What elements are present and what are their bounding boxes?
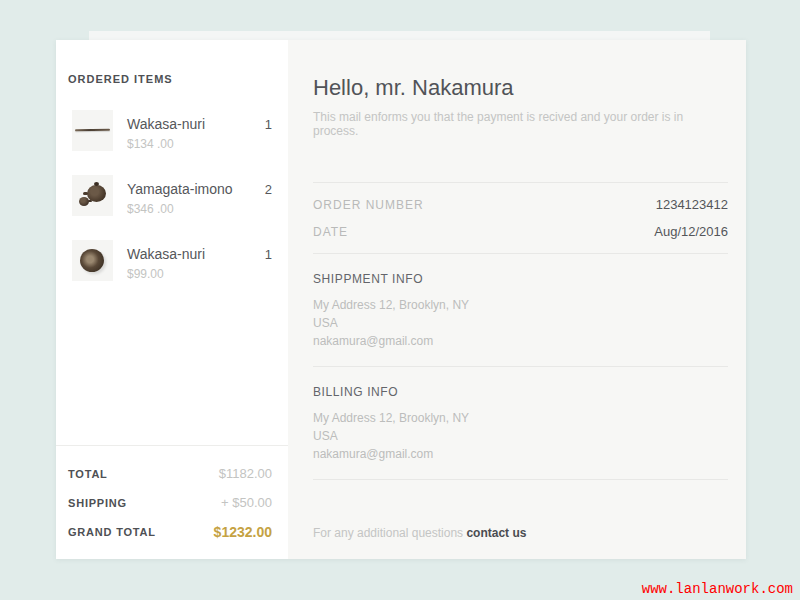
billing-email: nakamura@gmail.com	[313, 445, 728, 463]
item-price: $346 .00	[127, 202, 265, 216]
ordered-items-panel: ORDERED ITEMS Wakasa-nuri $134 .00 1 Yam…	[56, 40, 288, 559]
item-name: Wakasa-nuri	[127, 116, 265, 132]
item-quantity: 2	[265, 175, 272, 197]
billing-info: BILLING INFO My Address 12, Brooklyn, NY…	[313, 367, 728, 479]
shipping-value: + $50.00	[221, 495, 272, 510]
footer-note: For any additional questions contact us	[313, 526, 526, 540]
grand-total-value: $1232.00	[214, 524, 272, 540]
shipment-address-line: My Address 12, Brooklyn, NY	[313, 296, 728, 314]
total-row: TOTAL $1182.00	[68, 459, 272, 488]
date-row: DATE Aug/12/2016	[313, 218, 728, 245]
shipping-row: SHIPPING + $50.00	[68, 488, 272, 517]
shipment-info: SHIPPMENT INFO My Address 12, Brooklyn, …	[313, 254, 728, 366]
shipment-info-heading: SHIPPMENT INFO	[313, 272, 728, 286]
item-quantity: 1	[265, 110, 272, 132]
billing-country-line: USA	[313, 427, 728, 445]
order-number-value: 1234123412	[656, 197, 728, 212]
footer-text: For any additional questions	[313, 526, 463, 540]
list-item: Wakasa-nuri $134 .00 1	[56, 110, 288, 151]
confirmation-message: This mail enforms you that the payment i…	[313, 110, 728, 138]
shipping-label: SHIPPING	[68, 497, 127, 509]
order-meta: ORDER NUMBER 1234123412 DATE Aug/12/2016	[313, 183, 728, 253]
item-quantity: 1	[265, 240, 272, 262]
item-name: Yamagata-imono	[127, 181, 265, 197]
order-number-row: ORDER NUMBER 1234123412	[313, 191, 728, 218]
grand-total-row: GRAND TOTAL $1232.00	[68, 517, 272, 546]
order-totals: TOTAL $1182.00 SHIPPING + $50.00 GRAND T…	[56, 445, 288, 559]
grand-total-label: GRAND TOTAL	[68, 526, 156, 538]
teacup-icon	[79, 197, 89, 206]
date-label: DATE	[313, 225, 348, 239]
contact-us-link[interactable]: contact us	[466, 526, 526, 540]
bowl-icon	[80, 249, 104, 272]
email-body-panel: Hello, mr. Nakamura This mail enforms yo…	[288, 40, 746, 559]
list-item: Yamagata-imono $346 .00 2	[56, 175, 288, 216]
date-value: Aug/12/2016	[654, 224, 728, 239]
item-price: $134 .00	[127, 137, 265, 151]
watermark-text: www.lanlanwork.com	[642, 581, 793, 597]
chopstick-icon	[75, 129, 110, 132]
total-label: TOTAL	[68, 468, 108, 480]
shipment-email: nakamura@gmail.com	[313, 332, 728, 350]
items-list: Wakasa-nuri $134 .00 1 Yamagata-imono $3…	[56, 110, 288, 281]
ordered-items-heading: ORDERED ITEMS	[68, 73, 288, 85]
shipment-country-line: USA	[313, 314, 728, 332]
billing-info-heading: BILLING INFO	[313, 385, 728, 399]
greeting-heading: Hello, mr. Nakamura	[313, 75, 728, 101]
order-number-label: ORDER NUMBER	[313, 198, 424, 212]
divider	[313, 479, 728, 480]
item-price: $99.00	[127, 267, 265, 281]
teapot-product-image	[72, 175, 113, 216]
item-name: Wakasa-nuri	[127, 246, 265, 262]
chopstick-product-image	[72, 110, 113, 151]
billing-address-line: My Address 12, Brooklyn, NY	[313, 409, 728, 427]
list-item: Wakasa-nuri $99.00 1	[56, 240, 288, 281]
order-confirmation-card: ORDERED ITEMS Wakasa-nuri $134 .00 1 Yam…	[56, 40, 746, 559]
total-value: $1182.00	[219, 466, 272, 481]
bowl-product-image	[72, 240, 113, 281]
